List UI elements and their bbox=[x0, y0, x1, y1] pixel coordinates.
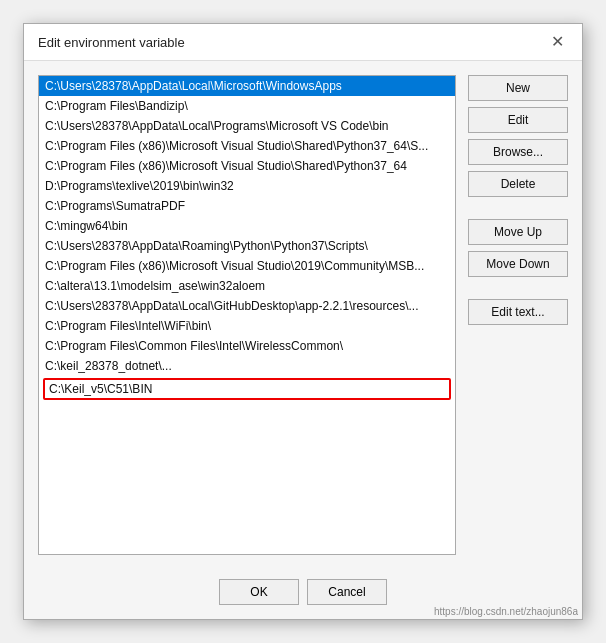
list-item[interactable]: C:\Program Files (x86)\Microsoft Visual … bbox=[39, 156, 455, 176]
list-item[interactable]: C:\mingw64\bin bbox=[39, 216, 455, 236]
edit-button[interactable]: Edit bbox=[468, 107, 568, 133]
list-item[interactable]: C:\altera\13.1\modelsim_ase\win32aloem bbox=[39, 276, 455, 296]
list-item[interactable]: C:\Program Files (x86)\Microsoft Visual … bbox=[39, 256, 455, 276]
title-bar: Edit environment variable ✕ bbox=[24, 24, 582, 61]
browse-button[interactable]: Browse... bbox=[468, 139, 568, 165]
ok-button[interactable]: OK bbox=[219, 579, 299, 605]
edit-text-button[interactable]: Edit text... bbox=[468, 299, 568, 325]
edit-env-dialog: Edit environment variable ✕ C:\Users\283… bbox=[23, 23, 583, 620]
watermark: https://blog.csdn.net/zhaojun86a bbox=[434, 606, 578, 617]
list-item[interactable]: D:\Programs\texlive\2019\bin\win32 bbox=[39, 176, 455, 196]
list-item[interactable]: C:\Programs\SumatraPDF bbox=[39, 196, 455, 216]
list-item[interactable]: C:\Users\28378\AppData\Local\GitHubDeskt… bbox=[39, 296, 455, 316]
new-button[interactable]: New bbox=[468, 75, 568, 101]
list-item[interactable]: C:\Program Files\Intel\WiFi\bin\ bbox=[39, 316, 455, 336]
list-item[interactable]: C:\Program Files (x86)\Microsoft Visual … bbox=[39, 136, 455, 156]
list-item[interactable]: C:\keil_28378_dotnet\... bbox=[39, 356, 455, 376]
delete-button[interactable]: Delete bbox=[468, 171, 568, 197]
env-variable-list[interactable]: C:\Users\28378\AppData\Local\Microsoft\W… bbox=[38, 75, 456, 555]
move-up-button[interactable]: Move Up bbox=[468, 219, 568, 245]
buttons-panel: New Edit Browse... Delete Move Up Move D… bbox=[468, 75, 568, 555]
list-item[interactable]: C:\Users\28378\AppData\Local\Programs\Mi… bbox=[39, 116, 455, 136]
list-item[interactable]: C:\Keil_v5\C51\BIN bbox=[43, 378, 451, 400]
dialog-title: Edit environment variable bbox=[38, 35, 185, 50]
cancel-button[interactable]: Cancel bbox=[307, 579, 387, 605]
list-item[interactable]: C:\Program Files\Common Files\Intel\Wire… bbox=[39, 336, 455, 356]
close-button[interactable]: ✕ bbox=[547, 34, 568, 50]
list-item[interactable]: C:\Program Files\Bandizip\ bbox=[39, 96, 455, 116]
dialog-body: C:\Users\28378\AppData\Local\Microsoft\W… bbox=[24, 61, 582, 569]
list-item[interactable]: C:\Users\28378\AppData\Roaming\Python\Py… bbox=[39, 236, 455, 256]
list-item[interactable]: C:\Users\28378\AppData\Local\Microsoft\W… bbox=[39, 76, 455, 96]
move-down-button[interactable]: Move Down bbox=[468, 251, 568, 277]
